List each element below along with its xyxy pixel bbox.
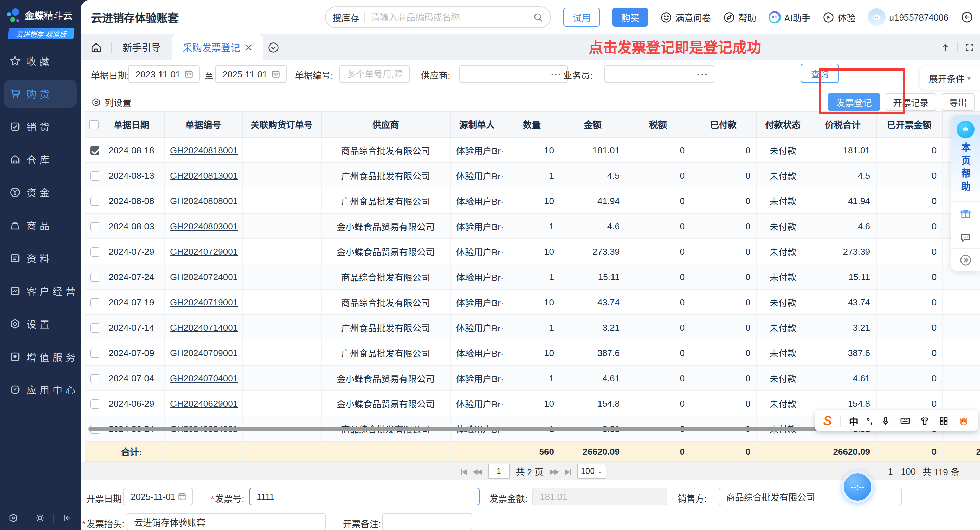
- home-tab-icon[interactable]: [81, 34, 111, 60]
- help-menu[interactable]: 帮助: [723, 11, 756, 24]
- export-button[interactable]: 导出: [942, 93, 975, 111]
- table-row[interactable]: 2024-07-19GH20240719001商品综合批发有限公司体验用户Br·…: [85, 289, 980, 314]
- sidebar-item-sales[interactable]: 销货: [4, 113, 76, 140]
- calendar-icon[interactable]: [177, 492, 187, 501]
- calendar-icon[interactable]: [184, 69, 194, 79]
- gear-icon[interactable]: [8, 513, 19, 523]
- table-row[interactable]: 2024-07-14GH20240714001广州食品批发有限公司体验用户Br·…: [85, 314, 980, 340]
- sidebar-item-customer[interactable]: 客户经营: [4, 277, 76, 305]
- invoice-date-input[interactable]: [123, 487, 193, 505]
- sidebar-item-favorites[interactable]: 收藏: [4, 47, 76, 75]
- search-icon[interactable]: [533, 12, 543, 22]
- ime-toolbar[interactable]: S 中 °,: [815, 410, 978, 431]
- sidebar-item-data[interactable]: 资料: [4, 244, 76, 272]
- next-page-button[interactable]: ▶▶: [550, 467, 559, 475]
- ellipsis-icon[interactable]: ···: [697, 69, 708, 79]
- seller-input[interactable]: [719, 487, 902, 505]
- row-checkbox[interactable]: [90, 323, 99, 333]
- ellipsis-icon[interactable]: ···: [551, 69, 562, 79]
- invoice-records-button[interactable]: 开票记录: [886, 93, 936, 111]
- bill-no-link[interactable]: GH20240629001: [170, 398, 238, 409]
- ime-language-icon[interactable]: 中: [849, 414, 859, 428]
- sidebar-item-warehouse[interactable]: 仓库: [4, 146, 76, 173]
- gift-button[interactable]: [951, 201, 980, 225]
- first-page-button[interactable]: |◀: [461, 467, 466, 475]
- sidebar-item-appcenter[interactable]: 应用中心: [4, 376, 76, 403]
- survey-menu[interactable]: 满意问卷: [660, 11, 711, 24]
- row-checkbox[interactable]: [90, 171, 99, 181]
- bill-no-input[interactable]: [339, 65, 410, 83]
- floating-clock-widget[interactable]: --:--: [842, 471, 873, 503]
- bill-no-link[interactable]: GH20240724001: [170, 271, 238, 282]
- collapse-panel-button[interactable]: [951, 248, 980, 271]
- date-to-input[interactable]: [215, 65, 287, 83]
- experience-menu[interactable]: 体验: [822, 11, 856, 24]
- table-row[interactable]: 2024-07-24GH20240724001商品综合批发有限公司体验用户Br·…: [85, 264, 980, 289]
- page-help-button[interactable]: 本页帮助: [951, 115, 980, 201]
- row-checkbox[interactable]: [90, 273, 99, 282]
- horizontal-scrollbar[interactable]: [88, 426, 835, 431]
- exit-button[interactable]: [961, 11, 973, 23]
- bill-no-link[interactable]: GH20240808001: [170, 195, 238, 206]
- feedback-button[interactable]: [951, 225, 980, 248]
- toolbox-grid-icon[interactable]: [938, 415, 949, 426]
- search-input[interactable]: [369, 11, 528, 23]
- collapse-sidebar-icon[interactable]: [62, 513, 73, 523]
- page-input[interactable]: [488, 464, 509, 479]
- tab-list-icon[interactable]: [267, 34, 279, 60]
- query-button[interactable]: 查询: [801, 64, 839, 83]
- trial-button[interactable]: 试用: [563, 8, 600, 27]
- bill-no-link[interactable]: GH20240729001: [170, 246, 238, 257]
- date-from-input[interactable]: [128, 65, 200, 83]
- calendar-icon[interactable]: [271, 69, 281, 79]
- column-settings-button[interactable]: 列设置: [91, 96, 131, 109]
- tab-purchase-invoice[interactable]: 采购发票登记 ✕: [172, 34, 264, 60]
- row-checkbox[interactable]: [90, 298, 99, 308]
- scroll-top-icon[interactable]: [940, 42, 951, 53]
- page-size-select[interactable]: 100⌄: [577, 464, 607, 479]
- bill-no-link[interactable]: GH20240719001: [170, 297, 238, 307]
- last-page-button[interactable]: ▶|: [565, 467, 571, 475]
- skin-icon[interactable]: [919, 415, 930, 426]
- row-checkbox[interactable]: [90, 146, 99, 155]
- table-row[interactable]: 2024-07-09GH20240709001广州食品批发有限公司体验用户Br·…: [85, 340, 980, 365]
- fox-mascot-icon[interactable]: [958, 415, 970, 427]
- bill-no-link[interactable]: GH20240818001: [170, 145, 238, 155]
- row-checkbox[interactable]: [90, 399, 99, 409]
- sidebar-item-goods[interactable]: 商品: [4, 212, 76, 239]
- keyboard-icon[interactable]: [900, 415, 911, 426]
- table-row[interactable]: 2024-07-04GH20240704001金小蝶食品贸易有限公司体验用户Br…: [85, 365, 980, 391]
- table-row[interactable]: 2024-08-18GH20240818001商品综合批发有限公司体验用户Br·…: [85, 137, 980, 163]
- tab-guide[interactable]: 新手引导: [111, 34, 172, 60]
- prev-page-button[interactable]: ◀◀: [473, 467, 482, 475]
- bill-no-link[interactable]: GH20240704001: [170, 373, 238, 383]
- salesman-select[interactable]: ···: [604, 65, 714, 83]
- table-row[interactable]: 2024-07-29GH20240729001金小蝶食品贸易有限公司体验用户Br…: [85, 239, 980, 264]
- row-checkbox[interactable]: [90, 247, 99, 257]
- inventory-search[interactable]: 搜库存: [325, 6, 551, 28]
- microphone-icon[interactable]: [880, 415, 891, 426]
- ime-punctuation-icon[interactable]: °,: [867, 416, 872, 426]
- theme-icon[interactable]: [35, 513, 46, 523]
- bill-no-link[interactable]: GH20240714001: [170, 322, 238, 332]
- supplier-select[interactable]: ···: [459, 65, 568, 83]
- row-checkbox[interactable]: [90, 196, 99, 206]
- sidebar-item-settings[interactable]: 设置: [4, 310, 76, 338]
- expand-conditions[interactable]: 展开条件▾: [920, 66, 980, 90]
- buy-button[interactable]: 购买: [612, 8, 648, 27]
- sidebar-item-purchase[interactable]: 购货: [4, 80, 76, 107]
- bill-no-link[interactable]: GH20240709001: [170, 348, 238, 358]
- table-row[interactable]: 2024-08-03GH20240803001金小蝶食品贸易有限公司体验用户Br…: [85, 213, 980, 239]
- close-tab-icon[interactable]: ✕: [245, 42, 253, 53]
- row-checkbox[interactable]: [90, 222, 99, 231]
- row-checkbox[interactable]: [90, 348, 99, 358]
- sidebar-item-vas[interactable]: 增值服务: [4, 343, 76, 370]
- sogou-logo-icon[interactable]: S: [823, 413, 832, 428]
- row-checkbox[interactable]: [90, 374, 99, 383]
- bill-no-link[interactable]: GH20240813001: [170, 170, 238, 180]
- invoice-no-input[interactable]: [249, 487, 480, 505]
- sidebar-item-funds[interactable]: 资金: [4, 179, 76, 206]
- bill-no-link[interactable]: GH20240803001: [170, 221, 238, 231]
- table-row[interactable]: 2024-08-08GH20240808001广州食品批发有限公司体验用户Br·…: [85, 188, 980, 213]
- invoice-register-button[interactable]: 发票登记: [828, 93, 880, 111]
